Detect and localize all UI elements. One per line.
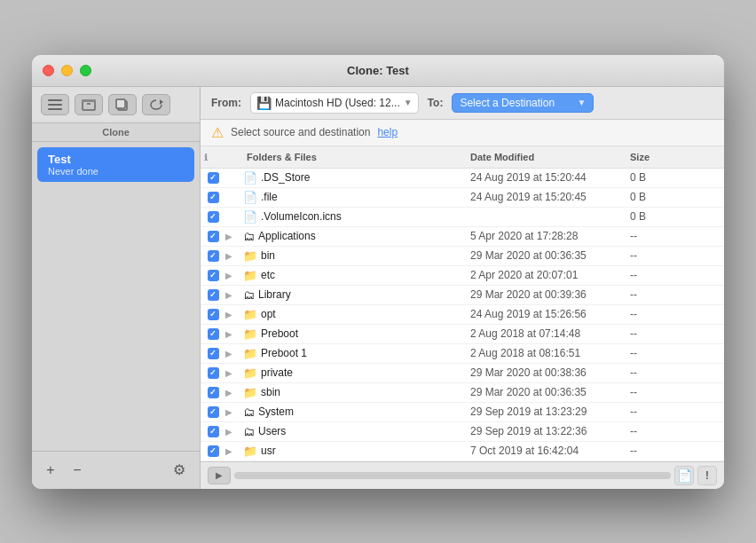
svg-rect-3 bbox=[83, 101, 95, 110]
row-name: 🗂 Library bbox=[243, 287, 467, 303]
sidebar-tool-restore[interactable] bbox=[142, 94, 170, 115]
window-title: Clone: Test bbox=[347, 64, 409, 77]
row-checkbox[interactable] bbox=[201, 250, 225, 262]
table-row[interactable]: ▶ 📁 Preboot 2 Aug 2018 at 07:14:48 -- bbox=[201, 325, 724, 344]
table-row[interactable]: ▶ 📁 private 29 Mar 2020 at 00:38:36 -- bbox=[201, 364, 724, 383]
row-name: 📁 private bbox=[243, 365, 467, 382]
row-filename: private bbox=[261, 366, 293, 379]
expand-arrow[interactable]: ▶ bbox=[225, 251, 243, 261]
expand-arrow[interactable]: ▶ bbox=[225, 290, 243, 300]
row-checkbox[interactable] bbox=[201, 426, 225, 437]
row-checkbox[interactable] bbox=[201, 348, 225, 359]
row-filename: .file bbox=[261, 191, 278, 203]
row-date: 2 Aug 2018 at 07:14:48 bbox=[467, 327, 626, 340]
table-row[interactable]: ▶ 🗂 Applications 5 Apr 2020 at 17:28:28 … bbox=[201, 227, 724, 247]
table-row[interactable]: ▶ 📁 sbin 29 Mar 2020 at 00:36:35 -- bbox=[201, 383, 724, 403]
row-checkbox[interactable] bbox=[201, 387, 225, 398]
table-row[interactable]: 📄 .VolumeIcon.icns 0 B bbox=[201, 208, 724, 227]
file-icon: 📄 bbox=[243, 210, 257, 224]
from-label: From: bbox=[211, 97, 241, 109]
table-row[interactable]: 📄 .DS_Store 24 Aug 2019 at 15:20:44 0 B bbox=[201, 169, 724, 188]
expand-arrow[interactable]: ▶ bbox=[225, 388, 243, 397]
titlebar: Clone: Test bbox=[32, 55, 724, 87]
row-date: 24 Aug 2019 at 15:20:45 bbox=[467, 191, 626, 203]
to-dropdown[interactable]: Select a Destination ▼ bbox=[452, 93, 594, 113]
th-check: ℹ bbox=[201, 150, 225, 164]
row-size: -- bbox=[626, 269, 697, 281]
sidebar-tool-copy[interactable] bbox=[108, 94, 137, 115]
row-name: 📁 Preboot bbox=[243, 326, 467, 342]
expand-arrow[interactable]: ▶ bbox=[225, 446, 243, 456]
file-icon: 📄 bbox=[243, 171, 257, 185]
settings-button[interactable]: ⚙ bbox=[168, 459, 191, 482]
table-row[interactable]: ▶ 🗂 Library 29 Mar 2020 at 00:39:36 -- bbox=[201, 286, 724, 305]
row-name: 📁 usr bbox=[243, 443, 467, 460]
row-filename: etc bbox=[261, 269, 275, 281]
table-row[interactable]: ▶ 📁 Preboot 1 2 Aug 2018 at 08:16:51 -- bbox=[201, 344, 724, 364]
row-filename: usr bbox=[261, 445, 276, 457]
row-size: -- bbox=[626, 386, 697, 398]
expand-arrow[interactable]: ▶ bbox=[225, 427, 243, 437]
close-button[interactable] bbox=[43, 65, 54, 76]
svg-rect-4 bbox=[82, 99, 96, 102]
log-button[interactable]: 📄 bbox=[674, 466, 694, 485]
play-button[interactable]: ▶ bbox=[208, 467, 231, 484]
from-dropdown[interactable]: 💾 Macintosh HD (Used: 12... ▼ bbox=[250, 92, 419, 114]
expand-arrow[interactable]: ▶ bbox=[225, 329, 243, 339]
row-filename: sbin bbox=[261, 386, 280, 398]
expand-arrow[interactable]: ▶ bbox=[225, 232, 243, 241]
row-checkbox[interactable] bbox=[201, 406, 225, 418]
expand-arrow[interactable]: ▶ bbox=[225, 368, 243, 378]
maximize-button[interactable] bbox=[80, 65, 91, 76]
help-link[interactable]: help bbox=[377, 126, 398, 138]
sidebar-tool-list[interactable] bbox=[41, 94, 69, 115]
row-checkbox[interactable] bbox=[201, 367, 225, 379]
row-date: 24 Aug 2019 at 15:26:56 bbox=[467, 308, 626, 320]
row-checkbox[interactable] bbox=[201, 270, 225, 281]
table-body: 📄 .DS_Store 24 Aug 2019 at 15:20:44 0 B … bbox=[201, 169, 724, 461]
table-row[interactable]: ▶ 📁 opt 24 Aug 2019 at 15:26:56 -- bbox=[201, 305, 724, 325]
to-value: Select a Destination bbox=[460, 97, 555, 109]
row-checkbox[interactable] bbox=[201, 192, 225, 203]
row-checkbox[interactable] bbox=[201, 211, 225, 223]
remove-button[interactable]: − bbox=[67, 460, 87, 480]
row-checkbox[interactable] bbox=[201, 328, 225, 340]
row-size: -- bbox=[626, 327, 697, 340]
folder-icon: 📁 bbox=[243, 327, 257, 341]
expand-arrow[interactable]: ▶ bbox=[225, 310, 243, 319]
row-date: 29 Sep 2019 at 13:23:29 bbox=[467, 405, 626, 418]
svg-rect-2 bbox=[48, 108, 62, 110]
sidebar-item-test[interactable]: Test Never done bbox=[37, 147, 194, 182]
expand-arrow[interactable]: ▶ bbox=[225, 407, 243, 417]
add-button[interactable]: + bbox=[41, 460, 60, 480]
alert-button[interactable]: ! bbox=[697, 466, 717, 485]
table-row[interactable]: ▶ 📁 etc 2 Apr 2020 at 20:07:01 -- bbox=[201, 266, 724, 286]
file-icon: 📄 bbox=[243, 191, 257, 204]
expand-arrow[interactable]: ▶ bbox=[225, 271, 243, 280]
row-filename: Users bbox=[258, 425, 286, 437]
row-checkbox[interactable] bbox=[201, 309, 225, 320]
table-row[interactable]: 📄 .file 24 Aug 2019 at 15:20:45 0 B bbox=[201, 188, 724, 208]
minimize-button[interactable] bbox=[61, 65, 73, 76]
sidebar-footer: + − ⚙ bbox=[32, 451, 200, 489]
row-checkbox[interactable] bbox=[201, 172, 225, 184]
row-checkbox[interactable] bbox=[201, 289, 225, 301]
row-date: 29 Mar 2020 at 00:39:36 bbox=[467, 288, 626, 301]
table-row[interactable]: ▶ 📁 usr 7 Oct 2019 at 16:42:04 -- bbox=[201, 442, 724, 461]
table-row[interactable]: ▶ 🗂 Users 29 Sep 2019 at 13:22:36 -- bbox=[201, 422, 724, 442]
table-row[interactable]: ▶ 📁 bin 29 Mar 2020 at 00:36:35 -- bbox=[201, 247, 724, 266]
folder-icon: 📁 bbox=[243, 249, 257, 263]
folder-special-icon: 🗂 bbox=[243, 405, 255, 419]
sidebar-tool-archive[interactable] bbox=[75, 94, 103, 115]
row-checkbox[interactable] bbox=[201, 445, 225, 457]
row-filename: bin bbox=[261, 249, 275, 262]
expand-arrow[interactable]: ▶ bbox=[225, 349, 243, 358]
row-checkbox[interactable] bbox=[201, 231, 225, 242]
main-content: Clone Test Never done + − ⚙ From: bbox=[32, 87, 724, 489]
row-size: -- bbox=[626, 405, 697, 418]
folder-icon: 📁 bbox=[243, 386, 257, 399]
table-row[interactable]: ▶ 🗂 System 29 Sep 2019 at 13:23:29 -- bbox=[201, 403, 724, 422]
th-date: Date Modified bbox=[467, 150, 626, 164]
table-header: ℹ Folders & Files Date Modified Size bbox=[201, 146, 724, 169]
th-name: Folders & Files bbox=[243, 150, 467, 164]
